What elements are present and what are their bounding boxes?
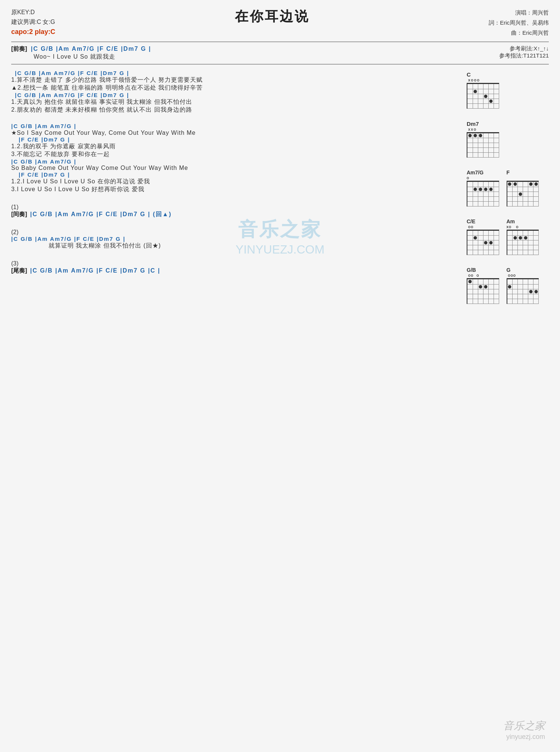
- capo: capo:2 play:C: [11, 27, 55, 37]
- prelude-lyrics: Woo~ I Love U So 就跟我走: [11, 53, 151, 61]
- chord-C-grid: [467, 83, 499, 109]
- interlude-block: (1) [间奏] |C G/B |Am Am7/G |F C/E |Dm7 G …: [11, 204, 459, 218]
- verse1-lyric2a: 1.天真以为 抱住你 就留住幸福 事实证明 我太糊涂 但我不怕付出: [11, 98, 459, 106]
- chord-F-name: F: [507, 170, 539, 175]
- chord-CE-indicators: oo: [467, 224, 499, 229]
- chord-G-name: G: [507, 267, 539, 273]
- chorus-lyric1: ★So I Say Come Out Your Way, Come Out Yo…: [11, 129, 459, 136]
- chord-Dm7-grid: [467, 132, 499, 158]
- chord-Am-wrapper: Am xo o: [507, 218, 539, 257]
- right-chords: C xooo: [467, 68, 549, 311]
- interlude-label: [间奏]: [11, 211, 27, 218]
- header-center: 在你耳边说: [55, 7, 489, 26]
- chorus-chord2: |F C/E |Dm7 G |: [11, 136, 459, 143]
- chorus-block: |C G/B |Am Am7/G | ★So I Say Come Out Yo…: [11, 123, 459, 193]
- section2-paren: (2): [11, 229, 459, 236]
- chord-C-name: C: [467, 71, 549, 78]
- chord-GB-name: G/B: [467, 267, 499, 273]
- watermark-title: 音乐之家: [503, 719, 545, 733]
- chord-C-wrapper: C xooo: [467, 71, 549, 110]
- divider-top: [11, 41, 549, 42]
- chord-G-wrapper: G ooo: [507, 267, 539, 305]
- chord-Dm7-wrapper: Dm7 xxo: [467, 121, 549, 159]
- chord-pair-CE-Am: C/E oo: [467, 218, 549, 263]
- watermark-bottom: 音乐之家 yinyuezj.com: [503, 719, 545, 741]
- performer-line: 演唱：周兴哲: [489, 7, 549, 18]
- chorus-chord4: |F C/E |Dm7 G |: [11, 171, 459, 178]
- verse1-block: |C G/B |Am Am7/G |F C/E |Dm7 G | 1.算不清楚 …: [11, 70, 459, 114]
- chord-GB-indicators: oo o: [467, 273, 499, 277]
- outro-chords: |C G/B |Am Am7/G |F C/E |Dm7 G |C |: [30, 267, 161, 274]
- chord-F-wrapper: F: [507, 170, 539, 208]
- chord-F-grid: [507, 181, 539, 206]
- chord-pair-GB-G: G/B oo o: [467, 267, 549, 311]
- outro-paren: (3): [11, 260, 459, 267]
- chorus-lyric3: So Baby Come Out Your Way Come Out Your …: [11, 165, 459, 171]
- composer-line: 曲：Eric周兴哲: [489, 28, 549, 38]
- chorus-lyric2b: 3.不能忘记 不能放弃 要和你在一起: [11, 150, 459, 158]
- watermark-url: yinyuezj.com: [503, 733, 545, 741]
- chord-CE-wrapper: C/E oo: [467, 218, 499, 257]
- prelude-chords: |C G/B |Am Am7/G |F C/E |Dm7 G |: [31, 46, 151, 52]
- header: 原KEY:D 建议男调:C 女:G capo:2 play:C 在你耳边说 演唱…: [11, 7, 549, 38]
- lyricist-line: 詞：Eric周兴哲、吴易纬: [489, 18, 549, 28]
- chord-F-table: [507, 182, 539, 206]
- ref-fingering: 参考指法:T121T121: [499, 52, 549, 59]
- chorus-chord3: |C G/B |Am Am7/G |: [11, 158, 459, 165]
- outro-row: [尾奏] |C G/B |Am Am7/G |F C/E |Dm7 G |C |: [11, 267, 459, 275]
- chord-pair-Am7G-F: Am7/G o: [467, 170, 549, 214]
- chord-G-grid: [507, 278, 539, 304]
- section2-block: (2) |C G/B |Am Am7/G |F C/E |Dm7 G | 就算证…: [11, 229, 459, 250]
- left-content: |C G/B |Am Am7/G |F C/E |Dm7 G | 1.算不清楚 …: [11, 68, 459, 311]
- chorus-lyric4a: 1.2.I Love U So I Love U So 在你的耳边说 爱我: [11, 178, 459, 186]
- verse1-lyric1b: ▲2.想找一条 能笔直 往幸福的路 明明终点在不远处 我们绕得好辛苦: [11, 84, 459, 92]
- chord-CE-table: [467, 231, 499, 255]
- chord-Am-indicators: xo o: [507, 224, 539, 229]
- chord-Am7G-indicators: o: [467, 175, 499, 180]
- page: 原KEY:D 建议男调:C 女:G capo:2 play:C 在你耳边说 演唱…: [0, 0, 560, 752]
- chord-Am-grid: [507, 230, 539, 255]
- chord-Am7G-wrapper: Am7/G o: [467, 170, 499, 208]
- interlude-paren: (1): [11, 204, 459, 211]
- section2-chord: |C G/B |Am Am7/G |F C/E |Dm7 G |: [11, 236, 459, 242]
- verse1-chord1: |C G/B |Am Am7/G |F C/E |Dm7 G |: [11, 70, 459, 76]
- interlude-chords: |C G/B |Am Am7/G |F C/E |Dm7 G | (回▲): [30, 211, 172, 218]
- chord-CE-grid: [467, 230, 499, 255]
- performer: 周兴哲: [532, 9, 549, 16]
- chord-Dm7-table: [467, 133, 499, 158]
- chord-Am7G-table: [467, 182, 499, 206]
- outro-block: (3) [尾奏] |C G/B |Am Am7/G |F C/E |Dm7 G …: [11, 260, 459, 275]
- chorus-lyric4b: 3.I Love U So I Love U So 好想再听你说 爱我: [11, 186, 459, 193]
- song-title: 在你耳边说: [55, 7, 489, 26]
- verse1-chord2: |C G/B |Am Am7/G |F C/E |Dm7 G |: [11, 92, 459, 98]
- header-right: 演唱：周兴哲 詞：Eric周兴哲、吴易纬 曲：Eric周兴哲: [489, 7, 549, 38]
- chord-Am7G-name: Am7/G: [467, 170, 499, 175]
- chorus-lyric2a: 1.2.我的双手 为你遮蔽 寂寞的暴风雨: [11, 143, 459, 150]
- chord-F-indicators: [507, 175, 539, 180]
- original-key: 原KEY:D: [11, 7, 55, 17]
- prelude-section: [前奏] |C G/B |Am Am7/G |F C/E |Dm7 G | Wo…: [11, 45, 549, 61]
- chord-GB-table: [467, 279, 499, 304]
- chord-Am-name: Am: [507, 218, 539, 224]
- divider-2: [11, 64, 549, 65]
- interlude-row: [间奏] |C G/B |Am Am7/G |F C/E |Dm7 G | (回…: [11, 211, 459, 218]
- chord-Dm7-indicators: xxo: [467, 127, 549, 131]
- ref-strumming: 参考刷法:X↑_↑↓: [499, 45, 549, 52]
- suggested-key: 建议男调:C 女:G: [11, 17, 55, 27]
- chord-C-table: [467, 84, 499, 109]
- chord-C-indicators: xooo: [467, 78, 549, 82]
- chorus-chord1: |C G/B |Am Am7/G |: [11, 123, 459, 129]
- chord-Am7G-grid: [467, 181, 499, 206]
- main-content: |C G/B |Am Am7/G |F C/E |Dm7 G | 1.算不清楚 …: [11, 68, 549, 311]
- chord-G-indicators: ooo: [507, 273, 539, 277]
- performer-label: 演唱：: [515, 9, 532, 16]
- prelude-chord-row: [前奏] |C G/B |Am Am7/G |F C/E |Dm7 G |: [11, 45, 151, 53]
- prelude-label: [前奏]: [11, 45, 27, 53]
- chord-Dm7-name: Dm7: [467, 121, 549, 127]
- section2-lyric: 就算证明 我太糊涂 但我不怕付出 (回★): [11, 242, 459, 250]
- chord-G-table: [507, 279, 539, 304]
- chord-GB-wrapper: G/B oo o: [467, 267, 499, 305]
- chord-Am-table: [507, 231, 539, 255]
- chord-GB-grid: [467, 278, 499, 304]
- chord-CE-name: C/E: [467, 218, 499, 224]
